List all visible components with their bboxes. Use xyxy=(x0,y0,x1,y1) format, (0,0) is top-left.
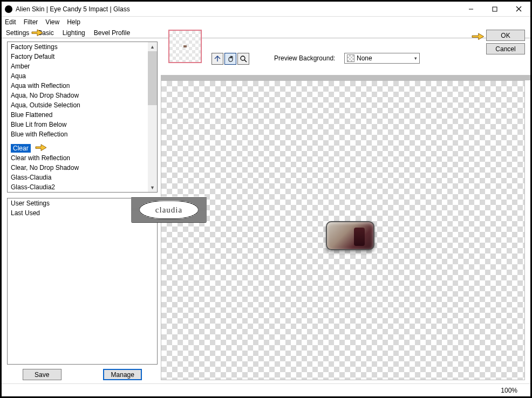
scroll-down-icon[interactable]: ▼ xyxy=(148,183,157,192)
menu-filter[interactable]: Filter xyxy=(24,18,38,26)
preview-thumbnail[interactable] xyxy=(168,30,202,63)
list-item[interactable]: Last Used xyxy=(8,208,148,218)
pointer-icon xyxy=(470,30,485,41)
preview-object xyxy=(326,221,374,250)
preview-bg-select[interactable]: None ▾ xyxy=(344,53,420,64)
chevron-down-icon: ▾ xyxy=(414,56,417,61)
list-item[interactable]: Glass-Claudia xyxy=(8,173,148,182)
list-item[interactable]: Aqua xyxy=(8,71,148,81)
preview-bg-label: Preview Background: xyxy=(274,54,335,62)
watermark-label: claudia xyxy=(139,201,199,219)
preview-divider xyxy=(161,75,530,80)
scrollbar[interactable]: ▲ ▼ xyxy=(148,42,157,192)
checker-swatch-icon xyxy=(347,54,354,62)
tabbar: Settings Basic Lighting Bevel Profile xyxy=(2,28,530,38)
scroll-up-icon[interactable]: ▲ xyxy=(148,42,157,51)
list-item[interactable]: Aqua, Outside Selection xyxy=(8,100,148,110)
tab-bevel-profile[interactable]: Bevel Profile xyxy=(93,28,131,38)
main-area: Factory Settings Factory Default Amber A… xyxy=(2,38,530,383)
list-item[interactable]: Clear, No Drop Shadow xyxy=(8,163,148,173)
factory-list-header: Factory Settings xyxy=(8,42,148,52)
maximize-button[interactable] xyxy=(483,2,507,16)
navigate-tool-icon[interactable] xyxy=(212,53,223,65)
menu-view[interactable]: View xyxy=(45,18,59,26)
scroll-thumb[interactable] xyxy=(148,51,157,105)
list-item-selected[interactable]: Clear xyxy=(11,144,31,153)
save-manage-row: Save Manage xyxy=(7,365,158,380)
svg-rect-1 xyxy=(493,7,497,11)
statusbar: 100% xyxy=(2,383,530,396)
save-button[interactable]: Save xyxy=(23,369,62,380)
menu-edit[interactable]: Edit xyxy=(5,18,16,26)
user-settings-list[interactable]: User Settings Last Used xyxy=(7,198,158,365)
list-item[interactable]: Aqua, No Drop Shadow xyxy=(8,91,148,100)
list-item[interactable]: Glass-Claudia2 xyxy=(8,182,148,192)
preview-toolbar: Preview Background: None ▾ OK Cancel xyxy=(161,38,530,75)
window-controls xyxy=(459,2,530,16)
list-item[interactable]: Blue Lit from Below xyxy=(8,120,148,129)
window-title: Alien Skin | Eye Candy 5 Impact | Glass xyxy=(16,5,459,13)
manage-button[interactable]: Manage xyxy=(103,369,142,380)
list-item[interactable]: Blue with Reflection xyxy=(8,129,148,139)
list-item[interactable]: Aqua with Reflection xyxy=(8,81,148,91)
tab-settings[interactable]: Settings xyxy=(5,28,30,38)
svg-line-5 xyxy=(244,60,247,62)
cancel-button[interactable]: Cancel xyxy=(486,43,525,54)
tab-lighting[interactable]: Lighting xyxy=(62,28,86,38)
list-item[interactable]: Factory Default xyxy=(8,52,148,61)
ok-button[interactable]: OK xyxy=(486,30,525,41)
factory-settings-list[interactable]: Factory Settings Factory Default Amber A… xyxy=(7,42,158,193)
zoom-tool-icon[interactable] xyxy=(237,53,249,65)
list-item[interactable]: Amber xyxy=(8,61,148,71)
tab-basic[interactable]: Basic xyxy=(37,28,54,38)
hand-tool-icon[interactable] xyxy=(224,53,236,65)
zoom-level: 100% xyxy=(501,387,517,394)
list-item[interactable]: Blue Flattened xyxy=(8,110,148,120)
thumbnail-content xyxy=(183,45,187,47)
menubar: Edit Filter View Help xyxy=(2,17,530,28)
preview-pane: Preview Background: None ▾ OK Cancel xyxy=(161,38,530,383)
close-button[interactable] xyxy=(507,2,530,16)
minimize-button[interactable] xyxy=(459,2,483,16)
list-item[interactable]: User Settings xyxy=(8,198,148,208)
preview-area[interactable] xyxy=(161,80,525,380)
svg-point-4 xyxy=(241,56,245,60)
list-item[interactable]: Clear with Reflection xyxy=(8,153,148,163)
titlebar: Alien Skin | Eye Candy 5 Impact | Glass xyxy=(2,2,530,17)
preview-bg-value: None xyxy=(357,54,372,62)
pointer-icon xyxy=(33,141,49,152)
watermark: claudia xyxy=(131,197,207,223)
app-icon xyxy=(5,5,12,13)
menu-help[interactable]: Help xyxy=(67,18,80,26)
